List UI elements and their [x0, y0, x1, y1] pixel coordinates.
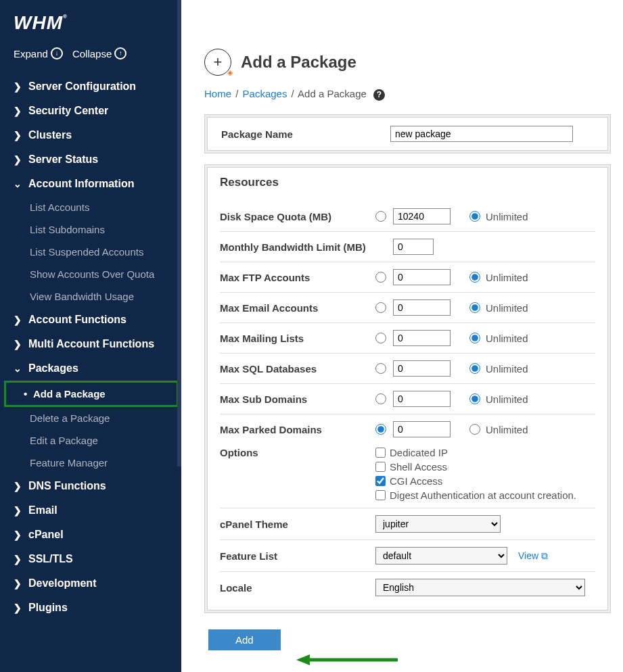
- label-cpanel-theme: cPanel Theme: [220, 519, 375, 530]
- radio-max-sub-unlimited[interactable]: [469, 393, 480, 404]
- radio-max-mailing-unlimited[interactable]: [469, 333, 480, 343]
- nav-ssl-tls[interactable]: ❯SSL/TLS: [0, 547, 181, 571]
- input-max-ftp[interactable]: [393, 269, 451, 285]
- label-disk-quota: Disk Space Quota (MB): [220, 211, 375, 222]
- nav-server-configuration[interactable]: ❯Server Configuration: [0, 74, 181, 99]
- select-feature-list[interactable]: default: [375, 547, 507, 565]
- unlimited-label: Unlimited: [486, 302, 528, 314]
- label-feature-list: Feature List: [220, 550, 375, 562]
- nav-multi-account-functions[interactable]: ❯Multi Account Functions: [0, 332, 181, 356]
- logo: WHM®: [0, 12, 181, 47]
- input-disk-quota[interactable]: [393, 208, 451, 224]
- external-link-icon: ⧉: [541, 550, 548, 562]
- option-cgi-access[interactable]: CGI Access: [375, 475, 576, 487]
- nav-server-status[interactable]: ❯Server Status: [0, 147, 181, 172]
- nav-dns-functions[interactable]: ❯DNS Functions: [0, 474, 181, 498]
- nav-account-functions[interactable]: ❯Account Functions: [0, 308, 181, 332]
- collapse-button[interactable]: Collapse↑: [72, 47, 126, 59]
- input-bandwidth[interactable]: [393, 239, 434, 255]
- chevron-right-icon: ❯: [14, 81, 20, 92]
- nav-cpanel[interactable]: ❯cPanel: [0, 523, 181, 547]
- chevron-right-icon: ❯: [14, 314, 20, 325]
- nav-list-suspended[interactable]: List Suspended Accounts: [0, 241, 181, 263]
- radio-max-sql-value[interactable]: [375, 363, 386, 374]
- unlimited-label: Unlimited: [486, 363, 528, 375]
- unlimited-label: Unlimited: [486, 424, 528, 435]
- nav-account-information[interactable]: ⌄Account Information: [0, 172, 181, 196]
- add-package-icon: +◈: [204, 49, 231, 76]
- input-max-parked[interactable]: [393, 421, 451, 437]
- radio-max-parked-value[interactable]: [375, 424, 386, 435]
- input-max-mailing[interactable]: [393, 330, 451, 346]
- nav-view-bandwidth[interactable]: View Bandwidth Usage: [0, 285, 181, 308]
- option-dedicated-ip[interactable]: Dedicated IP: [375, 447, 576, 458]
- highlight-box: Add a Package: [4, 381, 179, 407]
- input-max-sub[interactable]: [393, 391, 451, 407]
- radio-max-ftp-unlimited[interactable]: [469, 272, 480, 283]
- breadcrumb-home[interactable]: Home: [204, 88, 231, 99]
- radio-max-email-unlimited[interactable]: [469, 302, 480, 313]
- resources-panel: Resources Disk Space Quota (MB) Unlimite…: [204, 164, 611, 613]
- scrollbar[interactable]: [177, 0, 181, 466]
- radio-disk-quota-value[interactable]: [375, 211, 386, 222]
- nav-edit-package[interactable]: Edit a Package: [0, 429, 181, 452]
- nav-development[interactable]: ❯Development: [0, 571, 181, 596]
- checkbox-shell-access[interactable]: [375, 462, 386, 472]
- radio-disk-quota-unlimited[interactable]: [469, 211, 480, 222]
- unlimited-label: Unlimited: [486, 393, 528, 405]
- nav-email[interactable]: ❯Email: [0, 498, 181, 523]
- breadcrumb-current: Add a Package: [298, 88, 367, 99]
- chevron-right-icon: ❯: [14, 578, 20, 589]
- select-locale[interactable]: English: [375, 579, 585, 596]
- nav-add-package[interactable]: Add a Package: [6, 383, 177, 405]
- label-max-email: Max Email Accounts: [220, 302, 375, 314]
- chevron-right-icon: ❯: [14, 481, 20, 491]
- unlimited-label: Unlimited: [486, 272, 528, 283]
- label-max-parked: Max Parked Domains: [220, 424, 375, 435]
- chevron-right-icon: ❯: [14, 529, 20, 540]
- resources-title: Resources: [220, 176, 595, 189]
- checkbox-dedicated-ip[interactable]: [375, 448, 386, 458]
- page-header: +◈ Add a Package: [181, 0, 623, 85]
- row-max-mailing: Max Mailing Lists Unlimited: [220, 323, 595, 354]
- radio-max-ftp-value[interactable]: [375, 272, 386, 283]
- nav-delete-package[interactable]: Delete a Package: [0, 407, 181, 429]
- input-max-email[interactable]: [393, 299, 451, 316]
- view-link[interactable]: View⧉: [518, 550, 548, 562]
- nav-clusters[interactable]: ❯Clusters: [0, 123, 181, 147]
- select-cpanel-theme[interactable]: jupiter: [375, 515, 501, 533]
- nav-feature-manager[interactable]: Feature Manager: [0, 452, 181, 474]
- svg-marker-1: [296, 654, 310, 665]
- chevron-right-icon: ❯: [14, 505, 20, 516]
- breadcrumb-packages[interactable]: Packages: [243, 88, 287, 99]
- nav-list-accounts[interactable]: List Accounts: [0, 196, 181, 218]
- add-button[interactable]: Add: [208, 629, 281, 650]
- radio-max-email-value[interactable]: [375, 302, 386, 313]
- nav-plugins[interactable]: ❯Plugins: [0, 596, 181, 620]
- unlimited-label: Unlimited: [486, 333, 528, 344]
- radio-max-mailing-value[interactable]: [375, 333, 386, 343]
- nav-show-over-quota[interactable]: Show Accounts Over Quota: [0, 263, 181, 285]
- radio-max-sql-unlimited[interactable]: [469, 363, 480, 374]
- nav-packages[interactable]: ⌄Packages: [0, 356, 181, 381]
- sidebar: WHM® Expand↓ Collapse↑ ❯Server Configura…: [0, 0, 181, 672]
- expand-button[interactable]: Expand↓: [14, 47, 63, 59]
- input-max-sql[interactable]: [393, 360, 451, 377]
- radio-max-parked-unlimited[interactable]: [469, 424, 480, 435]
- nav-list-subdomains[interactable]: List Subdomains: [0, 218, 181, 241]
- option-digest-auth[interactable]: Digest Authentication at account creatio…: [375, 489, 576, 501]
- package-name-input[interactable]: [390, 126, 573, 142]
- checkbox-cgi-access[interactable]: [375, 476, 386, 486]
- row-disk-quota: Disk Space Quota (MB) Unlimited: [220, 201, 595, 232]
- row-max-sql: Max SQL Databases Unlimited: [220, 354, 595, 384]
- row-max-email: Max Email Accounts Unlimited: [220, 293, 595, 323]
- help-icon[interactable]: ?: [373, 89, 385, 101]
- checkbox-digest-auth[interactable]: [375, 490, 386, 500]
- option-shell-access[interactable]: Shell Access: [375, 461, 576, 473]
- label-max-sql: Max SQL Databases: [220, 363, 375, 375]
- chevron-down-icon: ⌄: [14, 363, 20, 374]
- chevron-right-icon: ❯: [14, 154, 20, 165]
- nav-security-center[interactable]: ❯Security Center: [0, 99, 181, 123]
- label-locale: Locale: [220, 582, 375, 594]
- radio-max-sub-value[interactable]: [375, 393, 386, 404]
